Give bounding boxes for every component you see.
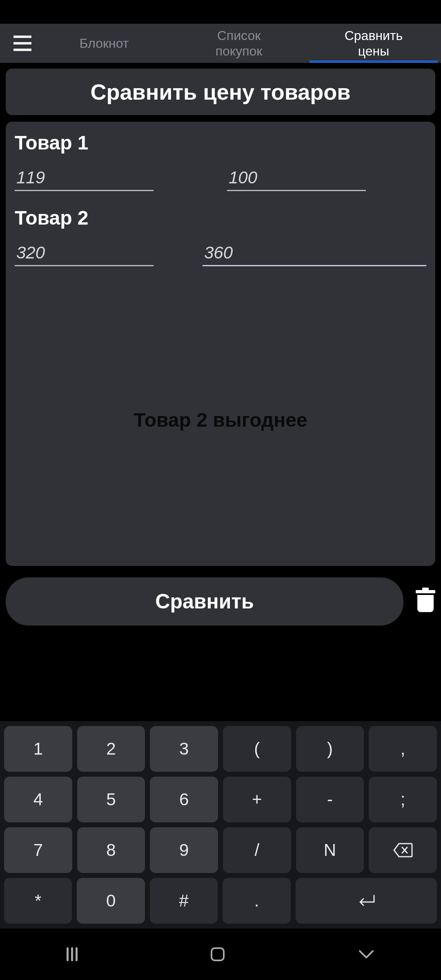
product-1-quantity-input[interactable] bbox=[227, 165, 366, 191]
nav-home-icon[interactable] bbox=[211, 947, 225, 961]
hamburger-menu-icon[interactable] bbox=[0, 24, 37, 63]
nav-recents-icon[interactable] bbox=[67, 947, 78, 961]
key-4[interactable]: 4 bbox=[4, 777, 72, 822]
key-5[interactable]: 5 bbox=[77, 777, 145, 822]
product-2-price-input[interactable] bbox=[15, 241, 154, 266]
key-hash[interactable]: # bbox=[150, 878, 218, 924]
tab-notepad[interactable]: Блокнот bbox=[37, 24, 172, 63]
key-plus[interactable]: + bbox=[223, 777, 291, 822]
key-1[interactable]: 1 bbox=[4, 726, 72, 772]
product-1-label: Товар 1 bbox=[15, 131, 426, 154]
key-paren-open[interactable]: ( bbox=[223, 726, 291, 772]
key-n[interactable]: N bbox=[296, 827, 364, 873]
tab-shopping-list[interactable]: Список покупок bbox=[172, 24, 306, 63]
key-dot[interactable]: . bbox=[223, 878, 290, 924]
page-title: Сравнить цену товаров bbox=[6, 69, 435, 115]
key-minus[interactable]: - bbox=[296, 777, 364, 822]
key-paren-close[interactable]: ) bbox=[296, 726, 364, 772]
tab-bar: Блокнот Список покупок Сравнить цены bbox=[37, 24, 441, 63]
comparison-result: Товар 2 выгоднее bbox=[15, 298, 426, 541]
product-2-quantity-input[interactable] bbox=[203, 241, 426, 266]
action-row: Сравнить bbox=[0, 572, 441, 631]
page-title-text: Сравнить цену товаров bbox=[91, 80, 351, 104]
key-slash[interactable]: / bbox=[223, 827, 291, 873]
numeric-keyboard: 1 2 3 ( ) , 4 5 6 + - ; 7 8 9 / N * 0 # … bbox=[0, 721, 441, 929]
key-9[interactable]: 9 bbox=[150, 827, 218, 873]
tab-compare-prices[interactable]: Сравнить цены bbox=[306, 24, 441, 63]
tab-label: Блокнот bbox=[80, 36, 129, 51]
compare-button[interactable]: Сравнить bbox=[6, 577, 403, 626]
key-2[interactable]: 2 bbox=[77, 726, 145, 772]
key-8[interactable]: 8 bbox=[77, 827, 145, 873]
product-1-price-input[interactable] bbox=[15, 165, 154, 191]
key-comma[interactable]: , bbox=[369, 726, 437, 772]
system-nav-bar bbox=[0, 929, 441, 980]
key-3[interactable]: 3 bbox=[150, 726, 218, 772]
tab-label: Список покупок bbox=[216, 28, 263, 59]
main-content: Сравнить цену товаров Товар 1 Товар 2 То… bbox=[0, 63, 441, 572]
product-1-inputs bbox=[15, 165, 426, 191]
status-bar bbox=[0, 0, 441, 24]
result-text: Товар 2 выгоднее bbox=[134, 409, 307, 431]
key-0[interactable]: 0 bbox=[77, 878, 145, 924]
product-2-label: Товар 2 bbox=[15, 207, 426, 229]
key-backspace[interactable] bbox=[369, 827, 437, 873]
compare-card: Товар 1 Товар 2 Товар 2 выгоднее bbox=[6, 122, 435, 566]
key-6[interactable]: 6 bbox=[150, 777, 218, 822]
tab-label: Сравнить цены bbox=[345, 28, 403, 59]
app-toolbar: Блокнот Список покупок Сравнить цены bbox=[0, 24, 441, 63]
key-semicolon[interactable]: ; bbox=[369, 777, 437, 822]
key-enter[interactable] bbox=[296, 878, 437, 924]
compare-button-label: Сравнить bbox=[155, 590, 254, 613]
key-7[interactable]: 7 bbox=[4, 827, 72, 873]
nav-back-icon[interactable] bbox=[358, 949, 374, 959]
trash-icon[interactable] bbox=[416, 590, 435, 613]
product-2-inputs bbox=[15, 241, 426, 266]
key-asterisk[interactable]: * bbox=[4, 878, 72, 924]
